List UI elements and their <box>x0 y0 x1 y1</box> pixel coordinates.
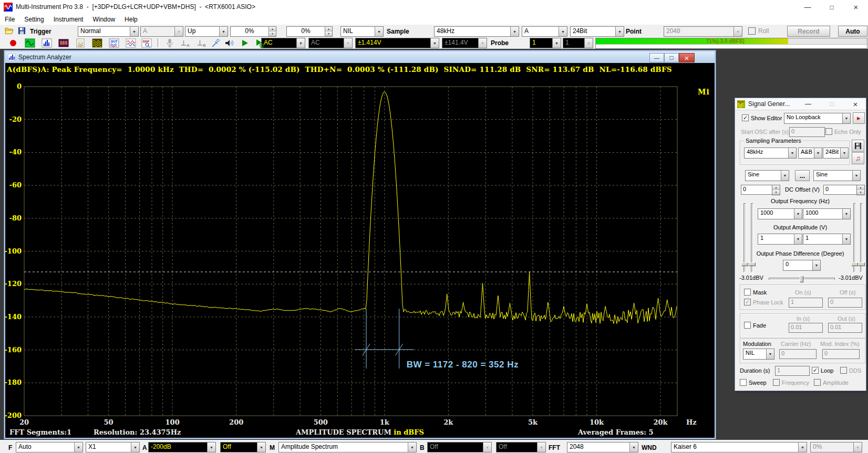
start-osc-input: 0 <box>789 127 825 137</box>
oscilloscope-icon[interactable] <box>24 37 36 48</box>
menu-setting[interactable]: Setting <box>19 14 48 24</box>
freq-axis-select[interactable]: Auto <box>16 442 83 452</box>
music-file-button[interactable]: ♫ <box>852 152 864 164</box>
lcr-meter-icon[interactable] <box>125 37 137 48</box>
more-waveform-button[interactable]: ... <box>795 170 810 181</box>
loop-checkbox[interactable]: Loop <box>812 367 833 374</box>
spectrum-analyzer-icon[interactable] <box>41 37 53 48</box>
balance-slider[interactable] <box>769 278 835 280</box>
a-axis-label: A <box>142 444 147 451</box>
modulation-type-select[interactable]: NIL <box>743 349 774 360</box>
dc-offset-b-spinner[interactable]: ▲▼ <box>856 185 865 195</box>
ddp-viewer-icon[interactable]: DDP <box>141 37 152 48</box>
record-icon[interactable] <box>7 37 19 48</box>
spectrum-restore-button[interactable] <box>664 53 679 62</box>
loopback-select[interactable]: No Loopback <box>784 113 851 124</box>
amplitude-a-select[interactable]: 1 <box>758 234 802 245</box>
trigger-hpf-select[interactable]: NIL <box>340 26 384 37</box>
chevron-down-icon <box>510 27 519 36</box>
frequency-b-select[interactable]: 1000 <box>803 208 851 219</box>
spectrum-3d-plot-icon[interactable] <box>91 37 103 48</box>
probe-a-select[interactable]: 1 <box>530 38 561 48</box>
gen-sample-rate-select[interactable]: 48kHz <box>744 148 797 159</box>
gen-channels-select[interactable]: A&B <box>798 148 822 159</box>
waveform-a-select[interactable]: Sine <box>745 170 789 181</box>
coupling-a-select[interactable]: AC <box>261 38 305 48</box>
y-axis-tick-label: -160 <box>5 346 22 354</box>
spectrum-minimize-button[interactable] <box>649 53 664 62</box>
roll-checkbox: Roll <box>748 27 769 35</box>
close-button[interactable] <box>844 0 868 14</box>
level-slider-a2[interactable] <box>751 203 753 272</box>
display-control-bar: F Auto X1 A -200dB Off M Amplitude Spect… <box>0 440 868 453</box>
gen-bits-select[interactable]: 24Bit <box>823 148 849 159</box>
sweep-checkbox[interactable]: Sweep <box>740 379 767 386</box>
sample-bits-select[interactable]: 24Bit <box>570 26 624 37</box>
auto-button[interactable]: Auto <box>838 26 867 37</box>
run-continuous-icon[interactable] <box>254 37 265 48</box>
chevron-down-icon <box>798 443 807 452</box>
show-editor-checkbox[interactable]: Show Editor <box>742 114 782 121</box>
spectrum-chart[interactable]: 0-20-40-60-80-100-120-140-160-180-200205… <box>5 75 712 438</box>
mask-checkbox[interactable]: Mask <box>744 289 767 296</box>
dc-offset-b-input[interactable]: 0 <box>823 185 858 195</box>
open-file-icon[interactable] <box>3 25 15 36</box>
x-axis-tick-label: 50 <box>104 418 113 426</box>
menu-window[interactable]: Window <box>88 14 120 24</box>
menu-file[interactable]: File <box>0 14 19 24</box>
probe-icon[interactable] <box>210 37 222 48</box>
echo-only-checkbox: Echo Only <box>825 128 861 135</box>
run-icon[interactable] <box>239 37 251 48</box>
dc-offset-a-input[interactable]: 0 <box>741 185 774 195</box>
level-slider-a1[interactable] <box>743 203 746 272</box>
phase-difference-select[interactable]: 0 <box>783 260 821 271</box>
sample-channel-select[interactable]: A <box>522 26 567 37</box>
trigger-delay-spinner[interactable]: 0%▲▼ <box>286 26 333 37</box>
zoom-select[interactable]: X1 <box>86 442 140 452</box>
x-axis-tick-label: 5k <box>528 418 538 426</box>
modulation-label: Modulation <box>743 341 771 347</box>
menu-instrument[interactable]: Instrument <box>49 14 88 24</box>
device-test-plan-icon[interactable]: OUT <box>108 37 120 48</box>
multimeter-icon[interactable]: 888 <box>58 37 69 48</box>
calibrate-a-icon[interactable]: A <box>179 37 191 48</box>
window-function-select[interactable]: Kaiser 6 <box>671 442 807 452</box>
chevron-down-icon <box>842 209 850 219</box>
save-signal-button[interactable] <box>852 140 864 152</box>
data-logger-icon[interactable] <box>75 37 86 48</box>
a-shift-select[interactable]: Off <box>220 442 266 452</box>
amplitude-b-select[interactable]: 1 <box>803 234 851 245</box>
save-icon[interactable] <box>16 25 27 36</box>
trigger-level-spinner[interactable]: 0%▲▼ <box>230 26 276 37</box>
frequency-a-select[interactable]: 1000 <box>758 208 802 219</box>
level-slider-b1[interactable] <box>853 203 856 272</box>
b-range-select: Off <box>427 442 492 452</box>
speaker-icon[interactable] <box>224 37 235 48</box>
trigger-mode-select[interactable]: Normal <box>78 26 139 37</box>
dc-offset-a-spinner[interactable]: ▲▼ <box>772 185 780 195</box>
waveform-b-select[interactable]: Sine <box>813 170 861 181</box>
minimize-button[interactable] <box>795 0 820 14</box>
chevron-down-icon <box>375 27 383 36</box>
calibrate-b-icon[interactable]: B <box>195 37 207 48</box>
level-slider-b2[interactable] <box>860 203 863 272</box>
sample-rate-select[interactable]: 48kHz <box>434 26 519 37</box>
spectrum-close-button[interactable] <box>679 53 695 62</box>
range-a-select[interactable]: ±1.414V <box>355 38 439 48</box>
signal-generator-titlebar[interactable]: Signal Gener... <box>735 98 866 110</box>
fft-size-select[interactable]: 2048 <box>567 442 638 452</box>
run-generator-button[interactable]: ► <box>853 112 865 124</box>
microphone-icon[interactable] <box>164 37 175 48</box>
fade-checkbox[interactable]: Fade <box>744 322 766 329</box>
display-mode-select[interactable]: Amplitude Spectrum <box>278 442 417 452</box>
maximize-button[interactable] <box>820 0 844 14</box>
a-range-select[interactable]: -200dB <box>148 442 216 452</box>
level-left-label: -3.01dBV <box>739 275 763 281</box>
siggen-minimize-button[interactable] <box>802 99 814 109</box>
spectrum-window-titlebar[interactable]: Spectrum Analyzer <box>5 51 715 63</box>
chevron-down-icon <box>615 27 624 36</box>
trigger-edge-select[interactable]: Up <box>185 26 228 37</box>
menu-help[interactable]: Help <box>120 14 142 24</box>
siggen-close-button[interactable] <box>850 99 861 109</box>
output-amplitude-label: Output Amplitude (V) <box>748 224 853 230</box>
